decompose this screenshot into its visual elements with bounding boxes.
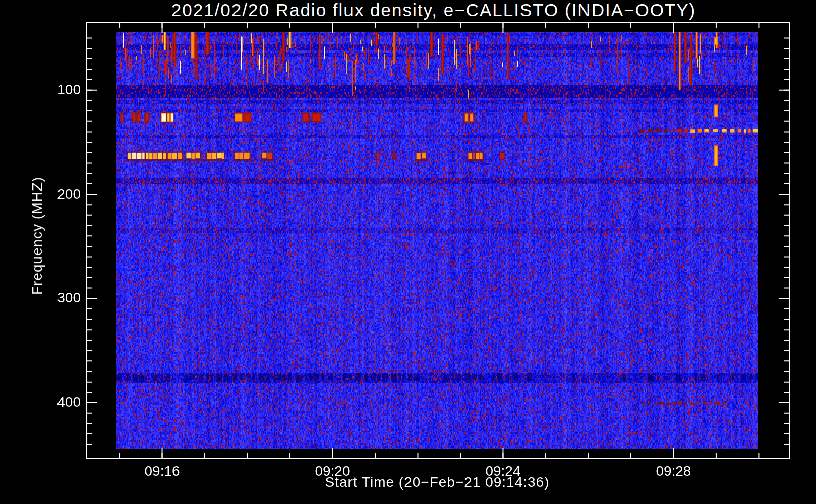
y-tick-label: 100	[24, 82, 81, 98]
page-title: 2021/02/20 Radio flux density, e−CALLIST…	[171, 0, 696, 20]
y-tick-label: 400	[24, 394, 81, 410]
y-tick-label: 200	[24, 186, 81, 202]
y-tick-label: 300	[24, 290, 81, 306]
spectrogram-canvas	[116, 32, 758, 449]
x-tick-label: 09:20	[297, 463, 368, 479]
x-tick-label: 09:24	[468, 463, 538, 479]
x-tick-label: 09:28	[638, 463, 709, 479]
x-tick-label: 09:16	[127, 463, 198, 479]
